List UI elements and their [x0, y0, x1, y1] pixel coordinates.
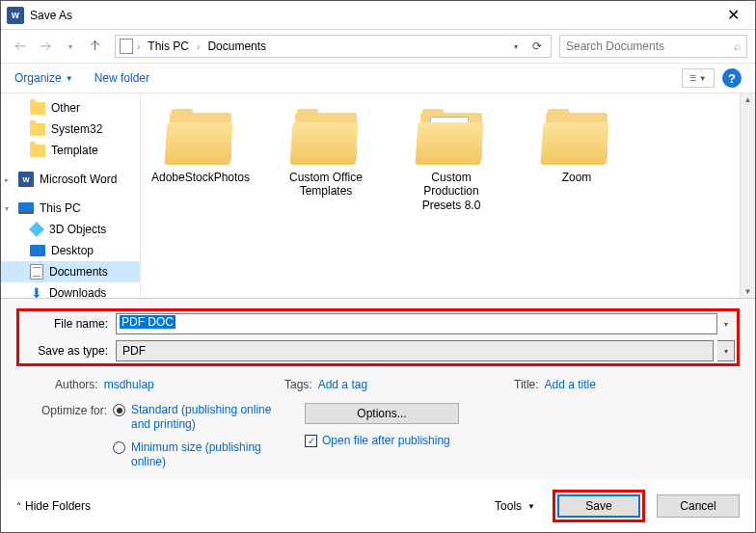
organize-button[interactable]: Organize ▼: [14, 71, 73, 85]
folder-icon: [30, 145, 45, 157]
recent-locations-button[interactable]: ▾: [59, 35, 82, 58]
help-button[interactable]: ?: [722, 68, 742, 88]
tree-item-other[interactable]: Other: [1, 97, 140, 119]
docs-icon: [120, 39, 133, 54]
optimize-standard-label: Standard (publishing online and printing…: [131, 403, 285, 431]
tree-item-documents[interactable]: Documents: [1, 261, 140, 282]
address-bar[interactable]: › This PC › Documents ▾ ⟳: [115, 35, 552, 58]
search-icon: ⌕: [734, 40, 741, 53]
new-folder-button[interactable]: New folder: [94, 71, 149, 85]
folder-content[interactable]: AdobeStockPhotosCustom Office TemplatesC…: [141, 93, 740, 298]
open-after-checkbox[interactable]: ✓ Open file after publishing: [305, 434, 450, 447]
save-options-panel: File name: PDF DOC ▾ Save as type: PDF ▾: [1, 298, 755, 480]
tree-item-label: This PC: [40, 201, 81, 215]
window-title: Save As: [30, 9, 72, 22]
change-view-button[interactable]: ☰ ▼: [682, 68, 715, 88]
folder-label: Custom Production Presets 8.0: [403, 171, 500, 212]
tags-label: Tags:: [284, 378, 312, 391]
close-button[interactable]: ✕: [712, 1, 755, 30]
optimize-minimum-radio[interactable]: Minimum size (publishing online): [113, 440, 285, 468]
chevron-down-icon: ▼: [66, 74, 73, 83]
hide-folders-button[interactable]: ˄ Hide Folders: [16, 499, 91, 513]
organize-label: Organize: [14, 71, 62, 85]
word-app-icon: w: [7, 7, 24, 24]
chevron-down-icon: ▼: [527, 502, 535, 511]
docs-icon: [30, 264, 43, 280]
scrollbar[interactable]: ▲▼: [740, 93, 755, 298]
up-button[interactable]: 🡡: [84, 35, 107, 58]
optimize-standard-radio[interactable]: Standard (publishing online and printing…: [113, 403, 285, 431]
navigation-tree[interactable]: OtherSystem32Template▸wMicrosoft Word▾Th…: [1, 93, 141, 298]
tree-item-label: Microsoft Word: [40, 173, 117, 186]
collapse-icon[interactable]: ▾: [5, 204, 9, 213]
optimize-row: Optimize for: Standard (publishing onlin…: [16, 399, 740, 468]
filename-label: File name:: [21, 317, 112, 331]
options-button[interactable]: Options...: [305, 403, 459, 424]
folder-icon: [542, 109, 611, 165]
save-highlight-box: Save: [553, 490, 645, 522]
breadcrumb-this-pc[interactable]: This PC: [144, 39, 193, 54]
new-folder-label: New folder: [94, 71, 149, 85]
tools-button[interactable]: Tools ▼: [489, 497, 541, 515]
authors-label: Authors:: [55, 378, 98, 391]
save-type-value: PDF: [122, 344, 146, 358]
metadata-row: Authors: msdhulap Tags: Add a tag Title:…: [16, 372, 740, 393]
word-icon: w: [18, 172, 34, 187]
folder-custom-production-presets-8-0[interactable]: Custom Production Presets 8.0: [403, 109, 500, 212]
chevron-right-icon: ›: [197, 41, 200, 52]
folder-icon: [291, 109, 361, 165]
folder-label: Custom Office Templates: [278, 171, 374, 199]
tree-item-label: System32: [51, 122, 102, 136]
dl-icon: ⬇: [30, 286, 43, 298]
tree-item-label: 3D Objects: [49, 223, 106, 236]
optimize-minimum-label: Minimum size (publishing online): [131, 440, 285, 468]
desktop-icon: [30, 245, 45, 256]
save-type-select[interactable]: PDF: [116, 340, 714, 361]
search-input[interactable]: [566, 40, 741, 53]
back-button[interactable]: 🡠: [9, 35, 32, 58]
forward-button[interactable]: 🡢: [34, 35, 57, 58]
open-after-label: Open file after publishing: [322, 434, 450, 447]
folder-adobestockphotos[interactable]: AdobeStockPhotos: [152, 109, 249, 184]
breadcrumb-documents[interactable]: Documents: [203, 39, 270, 54]
folder-custom-office-templates[interactable]: Custom Office Templates: [278, 109, 374, 199]
tree-item-microsoft-word[interactable]: ▸wMicrosoft Word: [1, 169, 140, 190]
tree-item-desktop[interactable]: Desktop: [1, 240, 140, 261]
expand-icon[interactable]: ▸: [5, 175, 9, 184]
folder-icon: [30, 102, 45, 115]
toolbar: Organize ▼ New folder ☰ ▼ ?: [1, 63, 755, 93]
radio-checked-icon: [113, 404, 125, 416]
tree-item-3d-objects[interactable]: 3D Objects: [1, 219, 140, 240]
tree-item-label: Downloads: [49, 286, 106, 298]
folder-icon: [417, 109, 486, 165]
tree-item-label: Template: [51, 144, 98, 157]
tree-item-template[interactable]: Template: [1, 140, 140, 161]
tree-item-label: Other: [51, 101, 80, 115]
save-type-label: Save as type:: [21, 344, 112, 358]
optimize-label: Optimize for:: [41, 403, 107, 417]
filename-dropdown-button[interactable]: ▾: [717, 313, 735, 334]
radio-unchecked-icon: [113, 441, 125, 454]
folder-icon: [166, 109, 235, 165]
folder-zoom[interactable]: Zoom: [528, 109, 625, 184]
chevron-up-icon: ˄: [16, 501, 21, 512]
checkbox-checked-icon: ✓: [305, 435, 317, 447]
address-dropdown-button[interactable]: ▾: [506, 37, 526, 56]
search-box[interactable]: ⌕: [559, 35, 747, 58]
explorer-pane: OtherSystem32Template▸wMicrosoft Word▾Th…: [1, 93, 755, 298]
tree-item-this-pc[interactable]: ▾This PC: [1, 198, 140, 219]
tree-item-label: Desktop: [51, 244, 94, 257]
authors-value[interactable]: msdhulap: [104, 378, 154, 391]
tags-value[interactable]: Add a tag: [318, 378, 367, 391]
tree-item-system32[interactable]: System32: [1, 119, 140, 140]
tree-item-label: Documents: [49, 265, 108, 279]
title-value[interactable]: Add a title: [545, 378, 596, 391]
tree-item-downloads[interactable]: ⬇Downloads: [1, 282, 140, 298]
cancel-button[interactable]: Cancel: [657, 494, 740, 518]
folder-label: AdobeStockPhotos: [151, 171, 250, 184]
filename-input[interactable]: [116, 313, 717, 334]
save-button[interactable]: Save: [557, 494, 640, 518]
refresh-button[interactable]: ⟳: [527, 37, 547, 56]
tools-label: Tools: [495, 499, 522, 513]
save-type-dropdown-button[interactable]: ▾: [717, 340, 735, 361]
